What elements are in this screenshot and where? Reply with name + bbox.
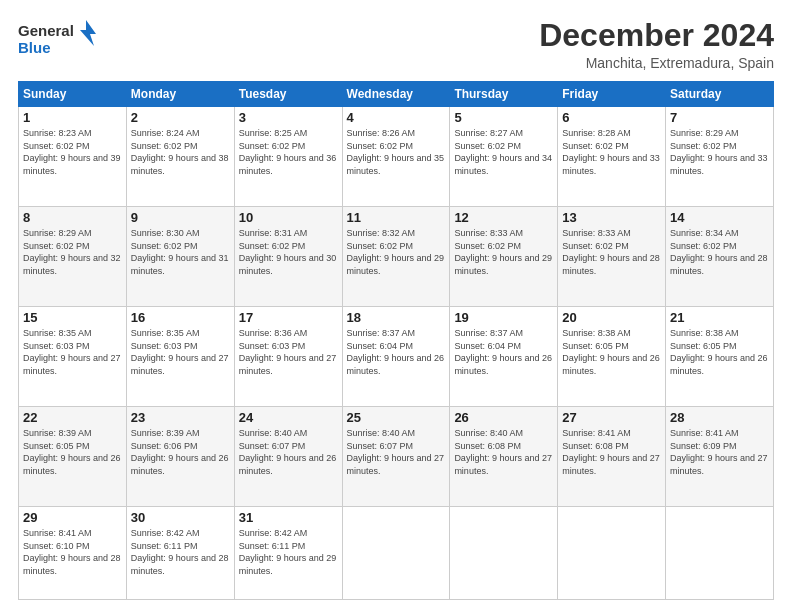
svg-text:General: General <box>18 22 74 39</box>
day-info: Sunrise: 8:37 AM Sunset: 6:04 PM Dayligh… <box>454 327 553 377</box>
day-number: 27 <box>562 410 661 425</box>
calendar-cell: 12 Sunrise: 8:33 AM Sunset: 6:02 PM Dayl… <box>450 207 558 307</box>
calendar-cell: 6 Sunrise: 8:28 AM Sunset: 6:02 PM Dayli… <box>558 107 666 207</box>
day-number: 30 <box>131 510 230 525</box>
calendar-cell: 26 Sunrise: 8:40 AM Sunset: 6:08 PM Dayl… <box>450 407 558 507</box>
day-number: 29 <box>23 510 122 525</box>
day-number: 25 <box>347 410 446 425</box>
day-number: 2 <box>131 110 230 125</box>
day-info: Sunrise: 8:41 AM Sunset: 6:08 PM Dayligh… <box>562 427 661 477</box>
day-info: Sunrise: 8:34 AM Sunset: 6:02 PM Dayligh… <box>670 227 769 277</box>
calendar-cell: 3 Sunrise: 8:25 AM Sunset: 6:02 PM Dayli… <box>234 107 342 207</box>
calendar-cell: 8 Sunrise: 8:29 AM Sunset: 6:02 PM Dayli… <box>19 207 127 307</box>
calendar-week-row: 22 Sunrise: 8:39 AM Sunset: 6:05 PM Dayl… <box>19 407 774 507</box>
day-info: Sunrise: 8:29 AM Sunset: 6:02 PM Dayligh… <box>23 227 122 277</box>
day-info: Sunrise: 8:33 AM Sunset: 6:02 PM Dayligh… <box>454 227 553 277</box>
day-number: 20 <box>562 310 661 325</box>
calendar-cell: 30 Sunrise: 8:42 AM Sunset: 6:11 PM Dayl… <box>126 507 234 600</box>
header-tuesday: Tuesday <box>234 82 342 107</box>
title-block: December 2024 Manchita, Extremadura, Spa… <box>539 18 774 71</box>
day-number: 23 <box>131 410 230 425</box>
calendar-cell: 15 Sunrise: 8:35 AM Sunset: 6:03 PM Dayl… <box>19 307 127 407</box>
calendar-cell: 2 Sunrise: 8:24 AM Sunset: 6:02 PM Dayli… <box>126 107 234 207</box>
day-info: Sunrise: 8:33 AM Sunset: 6:02 PM Dayligh… <box>562 227 661 277</box>
day-info: Sunrise: 8:23 AM Sunset: 6:02 PM Dayligh… <box>23 127 122 177</box>
day-info: Sunrise: 8:31 AM Sunset: 6:02 PM Dayligh… <box>239 227 338 277</box>
calendar-week-row: 8 Sunrise: 8:29 AM Sunset: 6:02 PM Dayli… <box>19 207 774 307</box>
day-info: Sunrise: 8:35 AM Sunset: 6:03 PM Dayligh… <box>23 327 122 377</box>
day-info: Sunrise: 8:26 AM Sunset: 6:02 PM Dayligh… <box>347 127 446 177</box>
calendar-cell: 9 Sunrise: 8:30 AM Sunset: 6:02 PM Dayli… <box>126 207 234 307</box>
day-number: 5 <box>454 110 553 125</box>
day-number: 28 <box>670 410 769 425</box>
weekday-header-row: Sunday Monday Tuesday Wednesday Thursday… <box>19 82 774 107</box>
header: General Blue December 2024 Manchita, Ext… <box>18 18 774 71</box>
calendar-cell: 23 Sunrise: 8:39 AM Sunset: 6:06 PM Dayl… <box>126 407 234 507</box>
calendar-cell: 13 Sunrise: 8:33 AM Sunset: 6:02 PM Dayl… <box>558 207 666 307</box>
calendar-cell <box>666 507 774 600</box>
day-number: 26 <box>454 410 553 425</box>
day-info: Sunrise: 8:42 AM Sunset: 6:11 PM Dayligh… <box>239 527 338 577</box>
calendar-cell: 11 Sunrise: 8:32 AM Sunset: 6:02 PM Dayl… <box>342 207 450 307</box>
header-wednesday: Wednesday <box>342 82 450 107</box>
day-info: Sunrise: 8:39 AM Sunset: 6:05 PM Dayligh… <box>23 427 122 477</box>
day-number: 9 <box>131 210 230 225</box>
day-number: 24 <box>239 410 338 425</box>
calendar-cell: 7 Sunrise: 8:29 AM Sunset: 6:02 PM Dayli… <box>666 107 774 207</box>
day-info: Sunrise: 8:30 AM Sunset: 6:02 PM Dayligh… <box>131 227 230 277</box>
calendar-cell: 21 Sunrise: 8:38 AM Sunset: 6:05 PM Dayl… <box>666 307 774 407</box>
header-monday: Monday <box>126 82 234 107</box>
calendar-cell: 18 Sunrise: 8:37 AM Sunset: 6:04 PM Dayl… <box>342 307 450 407</box>
day-number: 17 <box>239 310 338 325</box>
day-info: Sunrise: 8:37 AM Sunset: 6:04 PM Dayligh… <box>347 327 446 377</box>
day-number: 18 <box>347 310 446 325</box>
month-title: December 2024 <box>539 18 774 53</box>
day-number: 15 <box>23 310 122 325</box>
page: General Blue December 2024 Manchita, Ext… <box>0 0 792 612</box>
header-thursday: Thursday <box>450 82 558 107</box>
day-info: Sunrise: 8:29 AM Sunset: 6:02 PM Dayligh… <box>670 127 769 177</box>
day-info: Sunrise: 8:38 AM Sunset: 6:05 PM Dayligh… <box>562 327 661 377</box>
calendar-cell: 22 Sunrise: 8:39 AM Sunset: 6:05 PM Dayl… <box>19 407 127 507</box>
day-number: 14 <box>670 210 769 225</box>
day-number: 1 <box>23 110 122 125</box>
day-number: 22 <box>23 410 122 425</box>
calendar-cell: 24 Sunrise: 8:40 AM Sunset: 6:07 PM Dayl… <box>234 407 342 507</box>
calendar-cell <box>342 507 450 600</box>
calendar-cell: 5 Sunrise: 8:27 AM Sunset: 6:02 PM Dayli… <box>450 107 558 207</box>
calendar-cell: 25 Sunrise: 8:40 AM Sunset: 6:07 PM Dayl… <box>342 407 450 507</box>
svg-marker-2 <box>80 20 96 46</box>
day-number: 3 <box>239 110 338 125</box>
day-info: Sunrise: 8:41 AM Sunset: 6:10 PM Dayligh… <box>23 527 122 577</box>
calendar-cell: 16 Sunrise: 8:35 AM Sunset: 6:03 PM Dayl… <box>126 307 234 407</box>
day-number: 31 <box>239 510 338 525</box>
calendar-cell <box>450 507 558 600</box>
day-info: Sunrise: 8:36 AM Sunset: 6:03 PM Dayligh… <box>239 327 338 377</box>
day-info: Sunrise: 8:40 AM Sunset: 6:07 PM Dayligh… <box>347 427 446 477</box>
calendar-week-row: 1 Sunrise: 8:23 AM Sunset: 6:02 PM Dayli… <box>19 107 774 207</box>
calendar-cell: 14 Sunrise: 8:34 AM Sunset: 6:02 PM Dayl… <box>666 207 774 307</box>
header-friday: Friday <box>558 82 666 107</box>
day-number: 11 <box>347 210 446 225</box>
day-info: Sunrise: 8:35 AM Sunset: 6:03 PM Dayligh… <box>131 327 230 377</box>
calendar-week-row: 29 Sunrise: 8:41 AM Sunset: 6:10 PM Dayl… <box>19 507 774 600</box>
day-number: 8 <box>23 210 122 225</box>
day-info: Sunrise: 8:28 AM Sunset: 6:02 PM Dayligh… <box>562 127 661 177</box>
day-info: Sunrise: 8:39 AM Sunset: 6:06 PM Dayligh… <box>131 427 230 477</box>
day-number: 12 <box>454 210 553 225</box>
day-info: Sunrise: 8:27 AM Sunset: 6:02 PM Dayligh… <box>454 127 553 177</box>
day-number: 7 <box>670 110 769 125</box>
svg-text:Blue: Blue <box>18 39 51 56</box>
location-title: Manchita, Extremadura, Spain <box>539 55 774 71</box>
day-info: Sunrise: 8:40 AM Sunset: 6:07 PM Dayligh… <box>239 427 338 477</box>
calendar-cell: 10 Sunrise: 8:31 AM Sunset: 6:02 PM Dayl… <box>234 207 342 307</box>
logo-svg: General Blue <box>18 18 98 63</box>
calendar-cell: 31 Sunrise: 8:42 AM Sunset: 6:11 PM Dayl… <box>234 507 342 600</box>
day-number: 4 <box>347 110 446 125</box>
day-info: Sunrise: 8:24 AM Sunset: 6:02 PM Dayligh… <box>131 127 230 177</box>
day-info: Sunrise: 8:41 AM Sunset: 6:09 PM Dayligh… <box>670 427 769 477</box>
day-number: 6 <box>562 110 661 125</box>
day-info: Sunrise: 8:40 AM Sunset: 6:08 PM Dayligh… <box>454 427 553 477</box>
day-number: 19 <box>454 310 553 325</box>
calendar-cell: 27 Sunrise: 8:41 AM Sunset: 6:08 PM Dayl… <box>558 407 666 507</box>
